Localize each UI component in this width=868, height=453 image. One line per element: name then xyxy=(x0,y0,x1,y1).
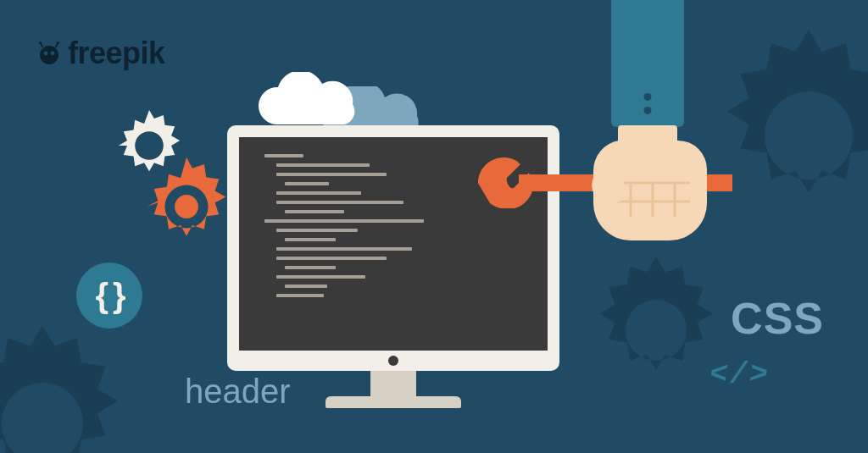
monitor-base xyxy=(326,396,461,408)
logo-mark-icon xyxy=(36,40,63,67)
hand-with-wrench xyxy=(588,0,758,271)
header-label: header xyxy=(185,373,291,411)
sleeve xyxy=(611,0,684,127)
monitor-button xyxy=(388,356,398,366)
css-label: CSS xyxy=(731,293,824,344)
cloud-icon xyxy=(254,72,364,133)
svg-point-2 xyxy=(51,52,55,56)
svg-point-1 xyxy=(44,52,48,56)
code-tag-label: </> xyxy=(707,357,772,392)
freepik-logo: freepik xyxy=(36,36,165,71)
braces-badge: { } xyxy=(76,262,142,329)
monitor-stand xyxy=(370,371,416,400)
svg-point-4 xyxy=(57,41,59,44)
logo-text: freepik xyxy=(68,36,165,71)
svg-point-0 xyxy=(40,46,58,64)
gear-icon xyxy=(137,157,236,256)
braces-text: { } xyxy=(95,277,123,315)
svg-point-3 xyxy=(39,41,42,44)
bg-gear-icon xyxy=(0,322,144,453)
hand-icon xyxy=(585,135,712,246)
